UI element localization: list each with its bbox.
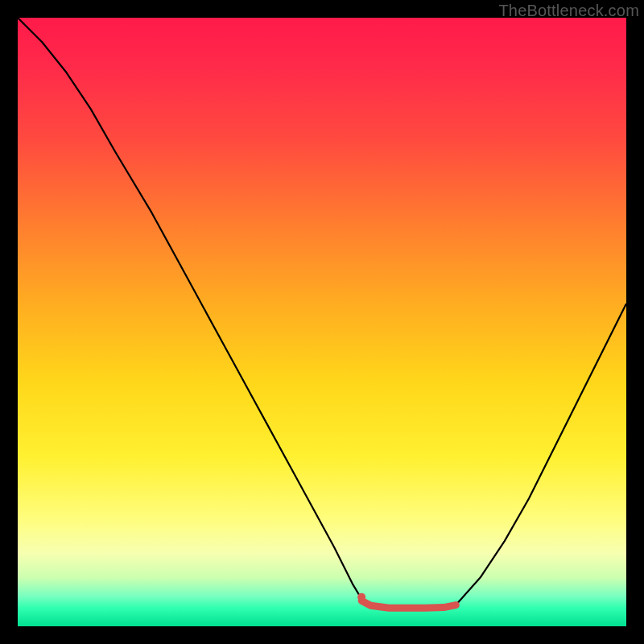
- chart-frame: [18, 18, 626, 626]
- marker-sweet-spot-start: [357, 593, 365, 601]
- series-bottleneck-right: [456, 303, 626, 605]
- markers-group: [357, 593, 365, 601]
- series-group: [18, 18, 626, 608]
- watermark-text: TheBottleneck.com: [498, 2, 639, 20]
- series-bottleneck-left: [18, 18, 361, 599]
- chart-svg: [18, 18, 626, 626]
- series-sweet-spot-band: [361, 601, 456, 608]
